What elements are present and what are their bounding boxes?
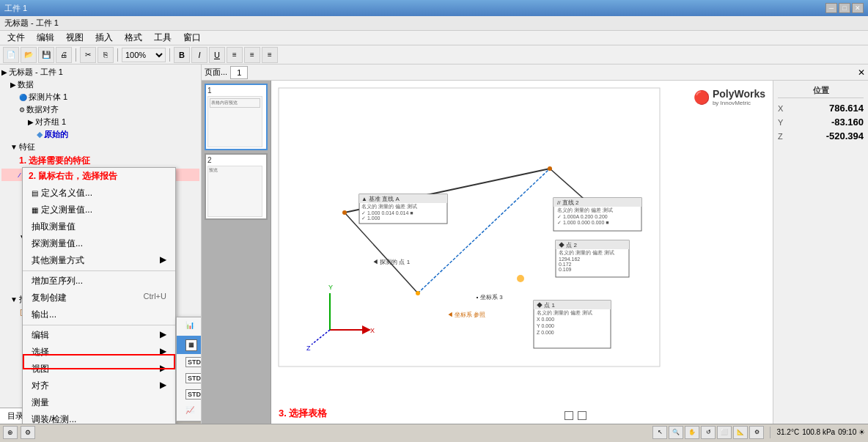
sub-center-points[interactable]: STD Center points <box>177 386 202 402</box>
original-icon: ◆ <box>37 130 43 139</box>
align-icon: ⚙ <box>19 106 25 114</box>
minimize-button[interactable]: ─ <box>825 3 837 13</box>
maximize-button[interactable]: □ <box>839 3 850 13</box>
tree-label-original: 原始的 <box>44 129 68 140</box>
sub-controls-by-object[interactable]: STD Controls by object <box>177 370 202 386</box>
tree-node-original[interactable]: ◆ 原始的 <box>1 128 199 141</box>
other-meas-arrow: ▶ <box>160 254 166 267</box>
ctx-probe-meas[interactable]: 探测测量值... <box>23 235 175 252</box>
thumb-1[interactable]: 1 表格内容预览 <box>205 84 268 150</box>
svg-text:◆ 点 2: ◆ 点 2 <box>559 242 577 248</box>
pos-y-value: -83.160 <box>789 117 864 128</box>
thumbnails-panel: 1 表格内容预览 2 预览 <box>202 81 271 424</box>
ctx-copy-create[interactable]: 复制创建 Ctrl+U <box>23 290 175 306</box>
menu-insert[interactable]: 插入 <box>89 30 119 45</box>
checkbox1[interactable] <box>564 411 573 420</box>
copy-button[interactable]: ⎘ <box>98 47 114 63</box>
ctx-extract-meas[interactable]: 抽取测量值 <box>23 218 175 235</box>
tool-settings[interactable]: ⚙ <box>749 426 764 439</box>
align-right-button[interactable]: ≡ <box>262 47 278 63</box>
svg-text:名义的  测量的  偏差  测试: 名义的 测量的 偏差 测试 <box>557 207 613 213</box>
context-menu: 2. 鼠标右击，选择报告 ▤ 定义名义值... ▦ 定义测量值... 抽取测量值… <box>22 167 176 424</box>
print-button[interactable]: 🖨 <box>56 47 72 63</box>
align-center-button[interactable]: ≡ <box>244 47 260 63</box>
ctx-select[interactable]: 选择 ▶ <box>23 344 175 361</box>
open-button[interactable]: 📂 <box>21 47 37 63</box>
ctx-inspect[interactable]: 调装/检测... <box>23 411 175 424</box>
tree-node-data[interactable]: ▶ 数据 <box>1 78 199 91</box>
close-button[interactable]: ✕ <box>852 3 864 13</box>
svg-text:✓ 1.000: ✓ 1.000 <box>361 216 380 221</box>
bottom-tool-2[interactable]: ⚙ <box>21 426 35 439</box>
toolbar-sep3 <box>169 48 170 62</box>
cut-button[interactable]: ✂ <box>80 47 96 63</box>
ctx-define-nominal[interactable]: ▤ 定义名义值... <box>23 185 175 202</box>
tool-zoom[interactable]: 🔍 <box>669 426 683 439</box>
svg-text:◆ 点 1: ◆ 点 1 <box>537 302 555 309</box>
ctx-measure[interactable]: 测量 <box>23 394 175 411</box>
zoom-select[interactable]: 100% 75% 150% <box>122 48 166 62</box>
tree-label-aligngrp: 对齐组 1 <box>35 117 66 128</box>
view-arrow: ▶ <box>160 363 166 375</box>
step1-label: 1. 选择需要的特征 <box>1 155 199 167</box>
tree-node-probe[interactable]: 🔵 探测片体 1 <box>1 91 199 103</box>
baseline-icon: ∕ <box>19 172 21 179</box>
ctx-define-meas[interactable]: ▦ 定义测量值... <box>23 202 175 218</box>
svg-text:Y  0.000: Y 0.000 <box>537 323 554 328</box>
menu-file[interactable]: 文件 <box>1 30 31 45</box>
ctx-add-sequence-label: 增加至序列... <box>32 276 83 286</box>
new-button[interactable]: 📄 <box>3 47 19 63</box>
tree-node-aligngrp[interactable]: ▶ 对齐组 1 <box>1 116 199 128</box>
ctx-align[interactable]: 对齐 ▶ <box>23 377 175 394</box>
svg-text:▲ 基准 直线 A: ▲ 基准 直线 A <box>361 196 400 202</box>
ctx-probe-meas-label: 探测测量值... <box>32 238 83 248</box>
bottom-tool-1[interactable]: ⊕ <box>3 426 18 439</box>
svg-text:0.172: 0.172 <box>559 262 572 267</box>
svg-point-9 <box>517 275 524 282</box>
tool-rotate[interactable]: ↺ <box>701 426 716 439</box>
italic-button[interactable]: I <box>191 47 207 63</box>
menu-view[interactable]: 视图 <box>60 30 89 45</box>
features-icon: ▼ <box>10 143 18 151</box>
sub-table[interactable]: ▦ 表格 <box>177 336 202 354</box>
tree-node-root[interactable]: ▶ 无标题 - 工件 1 <box>1 66 199 78</box>
thumb-2[interactable]: 2 预览 <box>205 153 268 220</box>
menu-format[interactable]: 格式 <box>119 30 148 45</box>
svg-point-6 <box>548 166 552 171</box>
menu-tools[interactable]: 工具 <box>148 30 177 45</box>
sub-controls[interactable]: STD Controls <box>177 354 202 370</box>
ctx-add-sequence[interactable]: 增加至序列... <box>23 273 175 290</box>
tool-pan[interactable]: ✋ <box>685 426 699 439</box>
save-button[interactable]: 💾 <box>38 47 54 63</box>
tool-measure[interactable]: 📐 <box>733 426 748 439</box>
ctx-sep2 <box>23 325 175 325</box>
menu-window[interactable]: 窗口 <box>177 30 207 45</box>
ctx-view[interactable]: 视图 ▶ <box>23 361 175 377</box>
pos-x-row: X 786.614 <box>778 103 864 114</box>
ctx-other-meas[interactable]: 其他测量方式 ▶ <box>23 252 175 269</box>
svg-text:名义的  测量的  偏差  测试: 名义的 测量的 偏差 测试 <box>559 250 614 256</box>
svg-point-8 <box>416 291 420 295</box>
bold-button[interactable]: B <box>174 47 190 63</box>
ctx-edit[interactable]: 编辑 ▶ <box>23 327 175 344</box>
left-panel: ▶ 无标题 - 工件 1 ▶ 数据 🔵 探测片体 1 ⚙ 数据对齐 ▶ 对齐组 … <box>0 65 202 424</box>
underline-button[interactable]: U <box>209 47 225 63</box>
tree-node-features[interactable]: ▼ 特征 <box>1 141 199 153</box>
tool-fit[interactable]: ⬜ <box>717 426 732 439</box>
tree-label-features: 特征 <box>19 141 35 152</box>
sub-measure-data[interactable]: 📈 测量数据点 <box>177 402 202 421</box>
page-tab-1[interactable]: 1 <box>230 66 248 79</box>
ctx-export[interactable]: 输出... <box>23 306 175 323</box>
tree-node-align[interactable]: ⚙ 数据对齐 <box>1 103 199 116</box>
menu-edit[interactable]: 编辑 <box>31 30 60 45</box>
ctx-copy-create-shortcut: Ctrl+U <box>144 292 166 304</box>
tree-label-data: 数据 <box>18 79 34 90</box>
align-left-button[interactable]: ≡ <box>227 47 243 63</box>
pos-y-row: Y -83.160 <box>778 117 864 128</box>
pos-x-label: X <box>778 104 789 113</box>
tool-select[interactable]: ↖ <box>652 426 667 439</box>
checkbox2[interactable] <box>578 411 586 420</box>
toolbar-sep2 <box>117 48 118 62</box>
close-pages-button[interactable]: ✕ <box>858 67 865 78</box>
sub-create-view[interactable]: 📊 创建控制视图... <box>177 317 202 336</box>
